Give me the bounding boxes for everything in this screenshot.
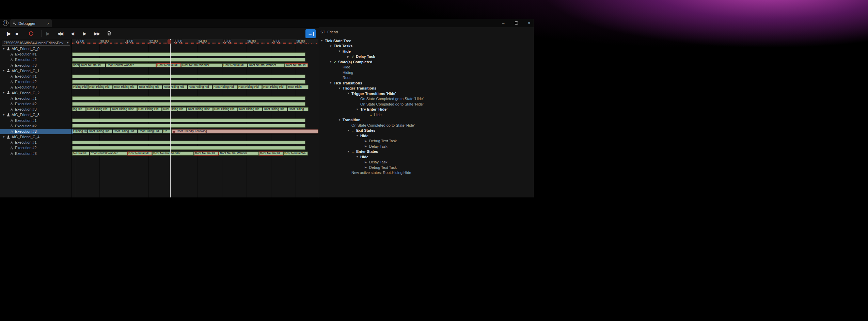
state-tree-row[interactable]: On State Completed go to State 'Hide'	[319, 96, 534, 102]
state-segment[interactable]: Root Hiding Hid	[262, 85, 287, 89]
state-tree-row[interactable]: ▼Tick State Tree	[319, 38, 534, 44]
play-button[interactable]: ▶	[7, 31, 11, 36]
execution-row[interactable]: Execution #3	[0, 84, 72, 90]
step-forward-frame-button[interactable]: ▶	[80, 31, 89, 36]
chevron-down-icon[interactable]: ▼	[356, 155, 360, 158]
clear-button[interactable]	[105, 31, 113, 36]
state-segment[interactable]: Root Hiding Hide	[111, 107, 137, 111]
chevron-down-icon[interactable]: ▼	[2, 69, 6, 72]
state-segment[interactable]: Root Hiding Hid	[263, 107, 287, 111]
maximize-button[interactable]	[514, 21, 519, 26]
state-segment[interactable]: ing Hid	[72, 107, 86, 111]
execution-row[interactable]: Execution #2	[0, 79, 72, 84]
state-tree-row[interactable]: ▼Tick Tasks	[319, 44, 534, 49]
record-button[interactable]	[29, 31, 33, 36]
state-tree-row[interactable]: ▼Hide	[319, 133, 534, 139]
state-segment[interactable]: Root Hiding Hid	[213, 107, 238, 111]
instance-row[interactable]: ▼AIC_Friend_C_2	[0, 90, 72, 96]
chevron-down-icon[interactable]: ▼	[338, 50, 343, 53]
state-segment[interactable]: Root Neutral Wander	[90, 151, 127, 156]
instance-row[interactable]: ▼AIC_Friend_C_0	[0, 46, 72, 51]
execution-row[interactable]: Execution #3	[0, 107, 72, 112]
chevron-down-icon[interactable]: ▼	[329, 45, 334, 48]
chevron-right-icon[interactable]: ▶	[365, 161, 369, 164]
tab-close-icon[interactable]: ×	[47, 21, 49, 26]
execution-row[interactable]: Execution #2	[0, 123, 72, 129]
chevron-right-icon[interactable]: ▶	[347, 55, 351, 58]
state-segment[interactable]: Root Hiding Hid	[86, 107, 111, 111]
state-tree-row[interactable]: ▶Delay Task	[319, 144, 534, 149]
chevron-right-icon[interactable]: ▶	[365, 140, 369, 143]
state-tree-row[interactable]: ▼Transition	[319, 117, 534, 123]
state-tree-row[interactable]: ▼Try Enter 'Hide'	[319, 107, 534, 112]
execution-row[interactable]: Execution #2	[0, 101, 72, 107]
state-tree-row[interactable]: ▼Trigger Transitions	[319, 86, 534, 91]
chevron-down-icon[interactable]: ▼	[320, 39, 325, 42]
track-bar[interactable]	[72, 102, 305, 106]
state-segment[interactable]: Root Neutral Wander	[248, 63, 285, 67]
chevron-down-icon[interactable]: ▼	[329, 81, 334, 84]
state-segment[interactable]: Root Hiding Hid	[188, 85, 212, 89]
state-tree-row[interactable]: On State Completed go to State 'Hide'	[319, 123, 534, 128]
state-segment[interactable]: Root Hiding Hide	[187, 107, 213, 111]
state-segment[interactable]: Root Hiding Hid	[212, 85, 237, 89]
state-tree-row[interactable]: ▼Hide	[319, 49, 534, 54]
state-tree-row[interactable]: Root	[319, 75, 534, 81]
state-tree-row[interactable]: Hiding	[319, 70, 534, 75]
state-segment[interactable]: Root Neutral Wa	[283, 151, 308, 156]
state-segment[interactable]: Root Neutral Wander	[219, 151, 259, 156]
chevron-down-icon[interactable]: ▼	[338, 87, 343, 90]
chevron-down-icon[interactable]: ▼	[347, 150, 351, 153]
track-bar[interactable]	[72, 118, 305, 122]
state-segment[interactable]: Neutral Idl	[72, 151, 89, 156]
state-segment[interactable]: Root Hiding Hid	[163, 85, 187, 89]
track-bar[interactable]	[72, 52, 305, 56]
state-tree-row[interactable]: ▼Tick Transitions	[319, 80, 534, 86]
step-back-state-button[interactable]: ◀◀	[56, 31, 64, 36]
execution-row[interactable]: Execution #2	[0, 145, 72, 150]
track-bar[interactable]	[72, 58, 305, 62]
state-segment[interactable]: Root Hiding Hid	[238, 107, 263, 111]
state-segment[interactable]: Root Hiding Hid	[113, 85, 138, 89]
track-bar[interactable]	[72, 124, 305, 128]
resume-button[interactable]: ▶	[44, 31, 52, 36]
state-segment[interactable]: Root Neutral Idl	[127, 151, 152, 156]
state-segment[interactable]: Root Neutral Idl	[259, 151, 283, 156]
session-dropdown[interactable]: 2759693516-Win64-UnrealEditor-Dev ▾	[2, 40, 70, 46]
chevron-down-icon[interactable]: ▼	[338, 118, 343, 122]
execution-row[interactable]: Execution #2	[0, 57, 72, 62]
state-segment[interactable]: Root Neutral Idl	[80, 63, 105, 67]
chevron-right-icon[interactable]: ▶	[365, 166, 369, 169]
execution-row[interactable]: Execution #1	[0, 96, 72, 101]
state-segment[interactable]: nder	[72, 63, 80, 67]
state-segment[interactable]: Root Hiding Hid	[137, 107, 162, 111]
state-segment[interactable]: Root Hiding Hid	[88, 85, 113, 89]
instance-row[interactable]: ▼AIC_Friend_C_1	[0, 68, 72, 74]
chevron-down-icon[interactable]: ▼	[2, 47, 6, 50]
scrub-handle[interactable]	[168, 39, 171, 44]
chevron-right-icon[interactable]: ▶	[365, 145, 369, 148]
instance-row[interactable]: ▼AIC_Friend_C_3	[0, 112, 72, 117]
chevron-down-icon[interactable]: ▼	[356, 108, 360, 111]
execution-row[interactable]: Execution #1	[0, 117, 72, 123]
chevron-down-icon[interactable]: ▼	[347, 92, 351, 95]
step-forward-state-button[interactable]: ▶▶	[93, 31, 101, 36]
chevron-down-icon[interactable]: ▼	[329, 60, 334, 63]
state-segment[interactable]: Root Neutral Idl	[222, 63, 248, 67]
track-bar[interactable]	[72, 96, 305, 100]
track-bar[interactable]	[72, 80, 305, 84]
state-segment[interactable]: Root Neutral Wander	[181, 63, 222, 67]
timeline[interactable]: 29.0030.0031.0032.0033.0034.0035.0036.00…	[72, 39, 318, 197]
playhead-line[interactable]	[170, 39, 171, 197]
state-tree-row[interactable]: On State Completed go to State 'Hide'	[319, 101, 534, 107]
chevron-down-icon[interactable]: ▼	[356, 134, 360, 137]
track-bar[interactable]	[72, 146, 305, 150]
state-tree-row[interactable]: →Hide	[319, 112, 534, 117]
execution-row[interactable]: Execution #1	[0, 51, 72, 57]
state-segment[interactable]: Root Neutral Id	[285, 63, 308, 67]
state-tree-row[interactable]: Hide	[319, 65, 534, 70]
state-segment[interactable]: Root Neutral Idl	[156, 63, 181, 67]
state-tree-row[interactable]: ▼→Enter States	[319, 149, 534, 155]
state-tree-row[interactable]: ▶Debug Text Task	[319, 165, 534, 170]
track-bar[interactable]	[72, 141, 305, 144]
